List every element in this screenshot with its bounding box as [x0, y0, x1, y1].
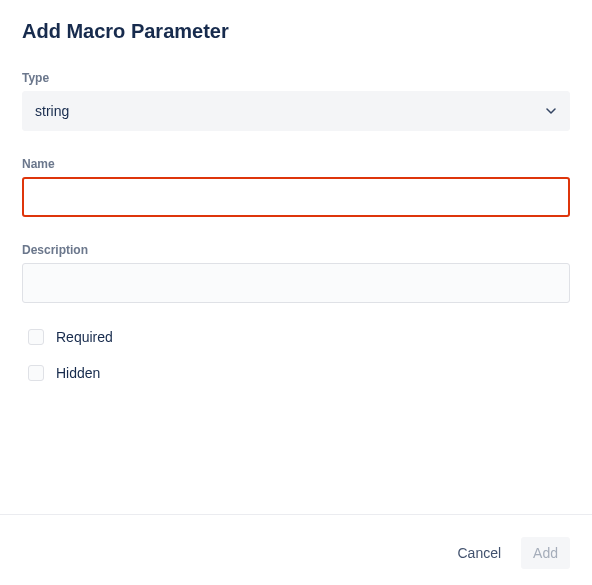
name-field: Name: [22, 157, 570, 217]
type-select[interactable]: string: [22, 91, 570, 131]
cancel-button[interactable]: Cancel: [445, 537, 513, 569]
dialog-title: Add Macro Parameter: [22, 20, 570, 43]
add-macro-parameter-dialog: Add Macro Parameter Type string Name Des…: [0, 0, 592, 381]
hidden-checkbox[interactable]: [28, 365, 44, 381]
hidden-checkbox-label: Hidden: [56, 365, 100, 381]
required-checkbox-label: Required: [56, 329, 113, 345]
description-label: Description: [22, 243, 570, 257]
chevron-down-icon: [545, 105, 557, 117]
add-button[interactable]: Add: [521, 537, 570, 569]
type-field: Type string: [22, 71, 570, 131]
type-label: Type: [22, 71, 570, 85]
required-checkbox[interactable]: [28, 329, 44, 345]
hidden-checkbox-row[interactable]: Hidden: [22, 365, 570, 381]
type-select-value: string: [35, 103, 545, 119]
required-checkbox-row[interactable]: Required: [22, 329, 570, 345]
description-field: Description: [22, 243, 570, 303]
description-input[interactable]: [22, 263, 570, 303]
dialog-footer: Cancel Add: [0, 514, 592, 585]
name-input[interactable]: [22, 177, 570, 217]
name-label: Name: [22, 157, 570, 171]
